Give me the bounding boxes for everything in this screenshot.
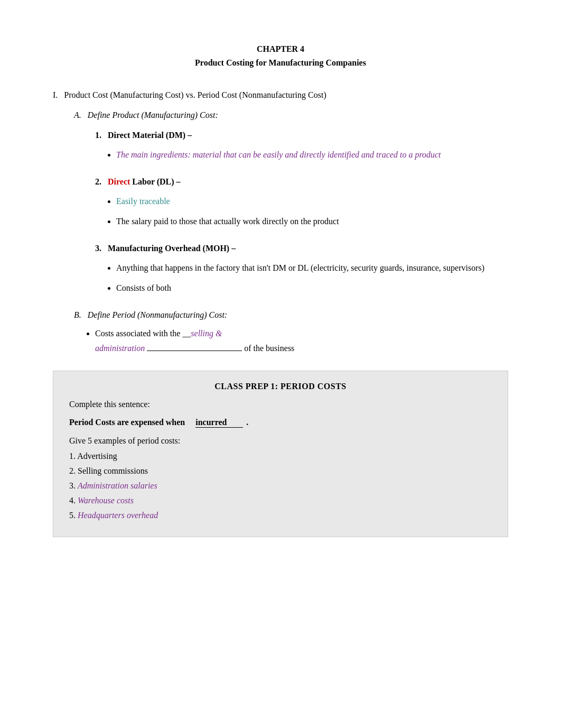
item3-bullet1-text: Anything that happens in the factory tha… xyxy=(116,263,484,272)
item2-section: 2. Direct Labor (DL) – Easily traceable … xyxy=(95,177,508,228)
example-item-4: 4. Warehouse costs xyxy=(69,494,492,507)
item3-section: 3. Manufacturing Overhead (MOH) – Anythi… xyxy=(95,244,508,294)
example-2-number: 2. xyxy=(69,466,78,475)
example-4-number: 4. xyxy=(69,496,78,505)
chapter-header: CHAPTER 4 Product Costing for Manufactur… xyxy=(53,42,508,69)
section-A-text: Define Product (Manufacturing) Cost: xyxy=(88,110,218,119)
example-item-1: 1. Advertising xyxy=(69,450,492,463)
item1-number: 1. xyxy=(95,131,101,140)
item2-number: 2. xyxy=(95,177,101,186)
section-I: I. Product Cost (Manufacturing Cost) vs.… xyxy=(53,90,508,355)
class-prep-title: CLASS PREP 1: PERIOD COSTS xyxy=(69,382,492,391)
item1-title: 1. Direct Material (DM) – xyxy=(95,131,508,140)
example-1-number: 1. xyxy=(69,451,77,460)
section-B-label: B. xyxy=(74,310,81,319)
section-B-bullet-prefix: Costs associated with the __ xyxy=(95,329,191,338)
period-costs-blank: incurred xyxy=(195,418,243,428)
item2-bullet2: The salary paid to those that actually w… xyxy=(116,215,508,228)
section-B-title: B. Define Period (Nonmanufacturing) Cost… xyxy=(74,310,508,320)
complete-sentence-label: Complete this sentence: xyxy=(69,400,492,409)
section-I-label: I. xyxy=(53,90,58,100)
item1-title-text: Direct Material (DM) – xyxy=(108,131,192,140)
section-B-bullets: Costs associated with the __selling & ad… xyxy=(95,327,508,355)
item2-title: 2. Direct Labor (DL) – xyxy=(95,177,508,187)
example-4-text: Warehouse costs xyxy=(78,496,134,505)
section-A-title: A. Define Product (Manufacturing) Cost: xyxy=(74,110,508,120)
item3-bullet2-text: Consists of both xyxy=(116,283,171,292)
example-item-2: 2. Selling commissions xyxy=(69,465,492,477)
item2-prefix: Direct xyxy=(108,177,130,186)
chapter-title-line2: Product Costing for Manufacturing Compan… xyxy=(53,56,508,70)
example-2-text: Selling commissions xyxy=(78,466,148,475)
period-costs-prefix: Period Costs are expensed when xyxy=(69,418,185,427)
administration-text: administration xyxy=(95,342,145,355)
give-examples-label: Give 5 examples of period costs: xyxy=(69,436,492,446)
item1-bullet1-text: The main ingredients: material that can … xyxy=(116,150,441,159)
example-5-number: 5. xyxy=(69,511,78,520)
item3-number: 3. xyxy=(95,244,101,253)
class-prep-box: CLASS PREP 1: PERIOD COSTS Complete this… xyxy=(53,371,508,537)
section-B-bullet-italic: selling & xyxy=(191,329,222,338)
item1-bullets: The main ingredients: material that can … xyxy=(116,149,508,161)
item3-bullet2: Consists of both xyxy=(116,282,508,294)
example-item-5: 5. Headquarters overhead xyxy=(69,509,492,522)
blank-underline xyxy=(147,351,242,351)
of-business-text: of the business xyxy=(244,342,294,355)
item3-bullets: Anything that happens in the factory tha… xyxy=(116,262,508,294)
section-B-text: Define Period (Nonmanufacturing) Cost: xyxy=(88,310,227,319)
examples-list: 1. Advertising 2. Selling commissions 3.… xyxy=(69,450,492,522)
section-B-bullet1: Costs associated with the __selling & ad… xyxy=(95,327,508,355)
item2-bullets: Easily traceable The salary paid to thos… xyxy=(116,195,508,228)
item1-section: 1. Direct Material (DM) – The main ingre… xyxy=(95,131,508,161)
chapter-title-line1: CHAPTER 4 xyxy=(53,42,508,56)
section-I-text: Product Cost (Manufacturing Cost) vs. Pe… xyxy=(64,90,326,100)
item2-bullet1: Easily traceable xyxy=(116,195,508,208)
example-5-text: Headquarters overhead xyxy=(78,511,158,520)
of-business-line: administration of the business xyxy=(95,342,508,355)
period-costs-line: Period Costs are expensed when incurred … xyxy=(69,418,492,428)
example-item-3: 3. Administration salaries xyxy=(69,480,492,492)
item2-title-text: Labor (DL) – xyxy=(130,177,180,186)
example-3-text: Administration salaries xyxy=(78,481,157,490)
item1-bullet1: The main ingredients: material that can … xyxy=(116,149,508,161)
item3-bullet1: Anything that happens in the factory tha… xyxy=(116,262,508,274)
section-B: B. Define Period (Nonmanufacturing) Cost… xyxy=(74,310,508,355)
item3-title: 3. Manufacturing Overhead (MOH) – xyxy=(95,244,508,253)
section-A: A. Define Product (Manufacturing) Cost: … xyxy=(74,110,508,294)
example-3-number: 3. xyxy=(69,481,78,490)
example-1-text: Advertising xyxy=(77,451,117,460)
item3-title-text: Manufacturing Overhead (MOH) – xyxy=(106,244,236,253)
item2-bullet2-text: The salary paid to those that actually w… xyxy=(116,217,339,226)
section-I-title: I. Product Cost (Manufacturing Cost) vs.… xyxy=(53,90,508,100)
period-costs-dot: . xyxy=(246,418,248,427)
item2-bullet1-text: Easily traceable xyxy=(116,197,170,206)
section-A-label: A. xyxy=(74,110,81,119)
